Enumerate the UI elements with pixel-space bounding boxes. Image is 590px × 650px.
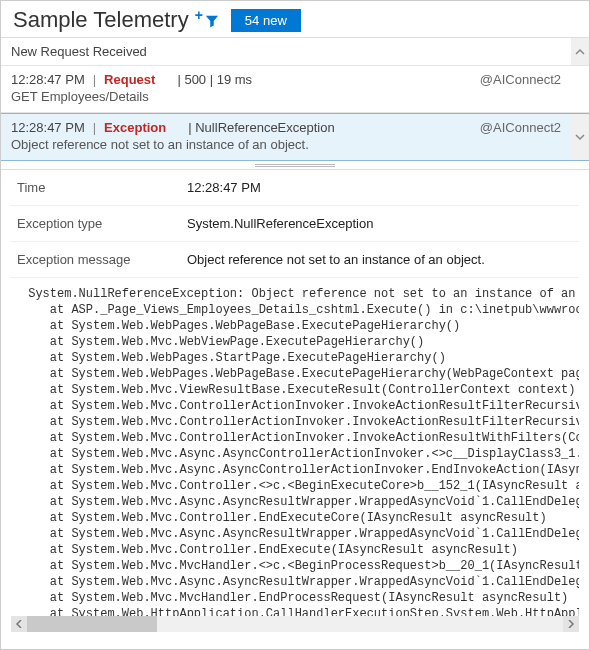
row-timestamp: 12:28:47 PM: [11, 72, 85, 87]
row-subline: GET Employees/Details: [11, 89, 561, 104]
scroll-right-button[interactable]: [563, 616, 579, 632]
scroll-up-button[interactable]: [571, 38, 589, 65]
row-timestamp: 12:28:47 PM: [11, 120, 85, 135]
telemetry-row-request[interactable]: 12:28:47 PM | Request | 500 | 19 ms @AIC…: [1, 66, 589, 113]
detail-value: Object reference not set to an instance …: [187, 252, 573, 267]
panel-header: Sample Telemetry + 54 new: [1, 1, 589, 37]
list-group-title: New Request Received: [1, 38, 571, 65]
add-icon[interactable]: +: [195, 7, 203, 23]
list-group-header: New Request Received: [1, 38, 589, 66]
detail-value: 12:28:47 PM: [187, 180, 573, 195]
filter-icon[interactable]: [205, 14, 219, 31]
scroll-left-button[interactable]: [11, 616, 27, 632]
scroll-down-button[interactable]: [571, 114, 589, 160]
detail-value: System.NullReferenceException: [187, 216, 573, 231]
row-subline: Object reference not set to an instance …: [11, 137, 561, 152]
row-kind: Request: [104, 72, 155, 87]
detail-row-exception-type: Exception type System.NullReferenceExcep…: [11, 206, 579, 242]
row-source: @AIConnect2: [480, 72, 561, 87]
scrollbar-track[interactable]: [27, 616, 563, 632]
stack-trace-viewport: System.NullReferenceException: Object re…: [11, 284, 579, 632]
panel-title: Sample Telemetry: [13, 7, 189, 33]
horizontal-scrollbar[interactable]: [11, 616, 579, 632]
detail-row-exception-message: Exception message Object reference not s…: [11, 242, 579, 278]
row-summary: | NullReferenceException: [188, 120, 334, 135]
row-kind: Exception: [104, 120, 166, 135]
stack-trace-text[interactable]: System.NullReferenceException: Object re…: [11, 284, 579, 632]
row-source: @AIConnect2: [480, 120, 561, 135]
telemetry-row-exception[interactable]: 12:28:47 PM | Exception | NullReferenceE…: [1, 113, 589, 161]
detail-label: Exception type: [17, 216, 187, 231]
detail-label: Exception message: [17, 252, 187, 267]
scrollbar-thumb[interactable]: [27, 616, 157, 632]
telemetry-list: New Request Received 12:28:47 PM | Reque…: [1, 37, 589, 161]
details-pane: Time 12:28:47 PM Exception type System.N…: [1, 169, 589, 632]
title-icons: +: [195, 12, 219, 29]
new-count-badge[interactable]: 54 new: [231, 9, 301, 32]
detail-row-time: Time 12:28:47 PM: [11, 170, 579, 206]
row-summary: | 500 | 19 ms: [177, 72, 252, 87]
splitter-handle[interactable]: [1, 161, 589, 169]
detail-label: Time: [17, 180, 187, 195]
